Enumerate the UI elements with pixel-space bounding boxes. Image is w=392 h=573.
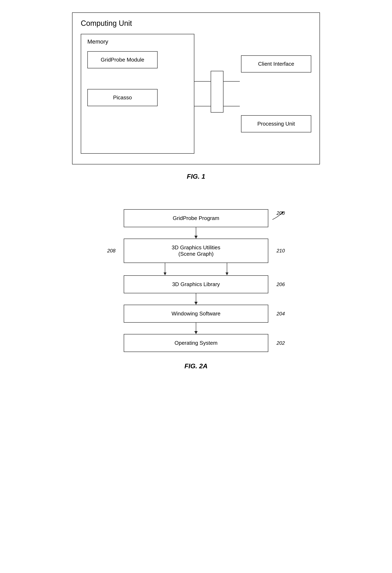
svg-marker-9 xyxy=(226,272,229,275)
connector-svg xyxy=(194,34,240,150)
picasso-box: Picasso xyxy=(87,89,158,106)
right-boxes: Client Interface Processing Unit xyxy=(239,34,311,154)
svg-rect-0 xyxy=(211,71,223,112)
memory-title: Memory xyxy=(87,38,188,45)
fig1-container: Computing Unit Memory GridProbe Module P… xyxy=(62,12,330,180)
fig2-diagram: 200 GridProbe Program 3D Graphics Utilit… xyxy=(103,209,289,352)
arrow-row-1 xyxy=(103,227,289,239)
utilities-row: 3D Graphics Utilities (Scene Graph) 210 … xyxy=(103,239,289,263)
fig2-caption: FIG. 2A xyxy=(184,362,208,370)
utilities-box: 3D Graphics Utilities (Scene Graph) xyxy=(124,239,268,263)
label-206: 206 xyxy=(277,282,285,287)
arrow-1 xyxy=(196,227,196,239)
label-202: 202 xyxy=(277,340,285,346)
memory-box: Memory GridProbe Module Picasso xyxy=(81,34,194,154)
label-204: 204 xyxy=(277,311,285,317)
os-box: Operating System xyxy=(124,334,268,352)
arrow-row-2 xyxy=(103,293,289,305)
arrow-2 xyxy=(196,293,196,305)
library-box: 3D Graphics Library xyxy=(124,275,268,293)
connector-region xyxy=(194,34,239,154)
svg-marker-7 xyxy=(163,272,166,275)
fig2-container: 200 GridProbe Program 3D Graphics Utilit… xyxy=(93,209,299,370)
label-208: 208 xyxy=(107,248,115,254)
os-row: Operating System 202 xyxy=(103,334,289,352)
computing-unit-box: Computing Unit Memory GridProbe Module P… xyxy=(72,12,320,164)
fig1-caption: FIG. 1 xyxy=(187,173,205,180)
processing-unit-box: Processing Unit xyxy=(241,115,311,132)
arrow-row-3 xyxy=(103,323,289,334)
two-arrows-svg xyxy=(124,263,268,275)
client-interface-box: Client Interface xyxy=(241,55,311,72)
windowing-box: Windowing Software xyxy=(124,305,268,323)
gridprobe-program-row: GridProbe Program xyxy=(103,209,289,227)
arrow-3 xyxy=(196,323,196,334)
two-arrow-row xyxy=(124,263,268,275)
label-210: 210 xyxy=(277,248,285,254)
windowing-row: Windowing Software 204 xyxy=(103,305,289,323)
gridprobe-module-box: GridProbe Module xyxy=(87,51,158,68)
gridprobe-program-box: GridProbe Program xyxy=(124,209,268,227)
computing-unit-title: Computing Unit xyxy=(81,19,311,28)
library-row: 3D Graphics Library 206 xyxy=(103,275,289,293)
